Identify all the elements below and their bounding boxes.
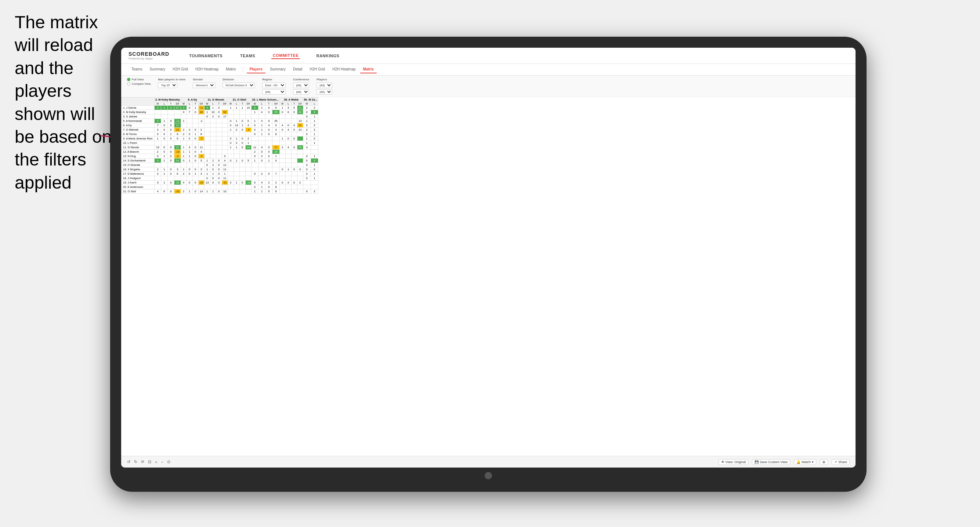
player-name: 20. E Andersson [121, 185, 154, 189]
nav-teams[interactable]: TEAMS [239, 53, 257, 59]
region-select[interactable]: East - DII West - DII [262, 83, 286, 88]
conference-sub-select[interactable]: (All) [293, 89, 309, 95]
fit-icon[interactable]: ⊡ [148, 459, 151, 464]
sub-nav-h2h-grid2[interactable]: H2H Grid [307, 66, 328, 73]
bell-icon: 🔔 [796, 460, 800, 464]
table-row: 17. D Ballesteros 3 1 0 6 2 0 1 3 1 1 0 [121, 172, 318, 176]
zoom-in-icon[interactable]: + [155, 460, 157, 464]
redo-icon[interactable]: ↻ [134, 459, 137, 464]
col-header-za: 60. W Za... [303, 98, 318, 102]
compact-view-radio[interactable]: Compact View [127, 82, 151, 86]
player-name: 14. S Srichantamit [121, 159, 154, 163]
wlt-w2: W [181, 102, 186, 106]
conference-select[interactable]: (All) [293, 83, 309, 88]
players-sub-select[interactable]: (All) [317, 89, 332, 95]
sub-nav-h2h-heatmap[interactable]: H2H Heatmap [192, 66, 221, 73]
max-players-filter: Max players in view Top 25 Top 10 Top 50 [158, 78, 185, 88]
wlt-l1: L [161, 102, 167, 106]
table-row: 19. J Karrh 3 1 0 19 4 0 0 -20 13 0 0 [121, 181, 318, 185]
player-name: 10. L Perini [121, 141, 154, 145]
nav-tournaments[interactable]: TOURNAMENTS [188, 53, 224, 59]
sub-nav-summary[interactable]: Summary [146, 66, 168, 73]
logo-scoreboard: SCOREBOARD [129, 51, 169, 57]
grid-button[interactable]: ⊞ [820, 459, 828, 465]
table-row: 7. O Mitchell 3 0 0 18 2 2 0 2 [121, 128, 318, 132]
sub-nav-summary2[interactable]: Summary [267, 66, 289, 73]
table-row: 13. N Klug 0 1 0 -2 1 1 0 -2 [121, 154, 318, 159]
tablet-home-button[interactable] [485, 472, 492, 479]
players-filter: Players (All) (All) [317, 78, 332, 95]
logo-powered: Powered by clippd [129, 57, 169, 60]
save-icon: 💾 [754, 460, 759, 464]
gender-select[interactable]: Women's Men's [193, 83, 215, 88]
table-row: 2. M Kelly Mulcahy 0 7 0 40 1 10 0 [121, 110, 318, 114]
wlt-l4: L [234, 102, 239, 106]
player-name: 2. M Kelly Mulcahy [121, 110, 154, 114]
sub-nav-detail[interactable]: Detail [290, 66, 305, 73]
empty-corner [121, 98, 154, 106]
timer-icon[interactable]: ⊙ [167, 459, 170, 464]
wlt-d1: Dif [174, 102, 181, 106]
zoom-out-icon[interactable]: − [161, 460, 163, 464]
tablet-bottom-bar [121, 470, 856, 481]
logo-area: SCOREBOARD Powered by clippd [129, 51, 169, 60]
sub-nav-h2h-heatmap2[interactable]: H2H Heatmap [329, 66, 358, 73]
sub-nav-matrix[interactable]: Matrix [223, 66, 239, 73]
wlt-w5: W [251, 102, 258, 106]
wlt-l5: L [258, 102, 265, 106]
max-players-select[interactable]: Top 25 Top 10 Top 50 [158, 83, 177, 88]
wlt-t2: T [192, 102, 198, 106]
col-header-dy: 6. A Dy [181, 98, 204, 102]
sub-nav-h2h-grid[interactable]: H2H Grid [170, 66, 191, 73]
player-name: 6. A Dy [121, 123, 154, 128]
wlt-d5: Dif [272, 102, 279, 106]
table-row: 11. G Woods 10 0 0 11 1 4 0 11 [121, 145, 318, 150]
col-header-mulcahy: 2. M Kelly Mulcahy [154, 98, 181, 102]
player-name: 17. D Ballesteros [121, 172, 154, 176]
player-name: 5. A Nomrowski [121, 119, 154, 123]
gender-filter: Gender Women's Men's [193, 78, 215, 88]
app-header: SCOREBOARD Powered by clippd TOURNAMENTS… [121, 48, 856, 64]
table-row: 3. S Jelinek 0 2 0 17 [121, 114, 318, 119]
sub-nav-players[interactable]: Players [247, 66, 266, 73]
player-name: 12. A Bianchi [121, 150, 154, 154]
wlt-d2: Dif [198, 102, 204, 106]
nav-rankings[interactable]: RANKINGS [315, 53, 341, 59]
chevron-down-icon: ▾ [812, 460, 814, 464]
player-name: 21. O Stoll [121, 189, 154, 194]
filters-bar: Full View Compact View Max players in vi… [121, 76, 856, 97]
table-row: 9. A Maria Jimenez Rios 1 0 0 6 1 0 0 -7 [121, 137, 318, 141]
view-original-button[interactable]: 👁 View: Original [719, 459, 748, 465]
refresh-icon[interactable]: ⟳ [141, 459, 144, 464]
share-button[interactable]: ↗ Share [832, 459, 850, 465]
toolbar-left: ↺ ↻ ⟳ ⊡ + − ⊙ [127, 459, 170, 464]
matrix-table: 2. M Kelly Mulcahy 6. A Dy 11. G Woods 2… [121, 97, 318, 194]
bottom-toolbar: ↺ ↻ ⟳ ⊡ + − ⊙ 👁 View: Original 💾 Save C [121, 456, 856, 468]
nav-committee[interactable]: COMMITTEE [271, 52, 300, 59]
player-name: 18. J Hodgson [121, 176, 154, 181]
col-group-header-row: 2. M Kelly Mulcahy 6. A Dy 11. G Woods 2… [121, 98, 318, 102]
undo-icon[interactable]: ↺ [127, 459, 130, 464]
wlt-t5: T [266, 102, 272, 106]
sub-nav-matrix2[interactable]: Matrix [360, 66, 377, 73]
wlt-t4: T [239, 102, 245, 106]
wlt-d3: Dif [222, 102, 228, 106]
table-row: 8. M Torres 0 0 1 8 2 0 1 8 [121, 132, 318, 137]
players-select[interactable]: (All) [317, 83, 332, 88]
watch-button[interactable]: 🔔 Watch ▾ [794, 459, 816, 465]
region-sub-select[interactable]: (All) [262, 89, 286, 95]
col-header-webb: 38. A Webb [279, 98, 303, 102]
wlt-t1: T [167, 102, 174, 106]
table-row: 18. J Hodgson 0 0 0 11 [121, 176, 318, 181]
wlt-w3: W [204, 102, 210, 106]
full-view-radio[interactable]: Full View [127, 78, 151, 81]
wlt-t3: T [216, 102, 222, 106]
share-icon: ↗ [834, 460, 837, 464]
matrix-table-container[interactable]: 2. M Kelly Mulcahy 6. A Dy 11. G Woods 2… [121, 97, 856, 456]
sub-nav-teams[interactable]: Teams [129, 66, 145, 73]
player-name: 19. J Karrh [121, 181, 154, 185]
division-select[interactable]: NCAA Division II NCAA Division I [223, 83, 255, 88]
wlt-w4: W [228, 102, 234, 106]
save-custom-button[interactable]: 💾 Save Custom View [752, 459, 790, 465]
tablet-device: SCOREBOARD Powered by clippd TOURNAMENTS… [110, 37, 867, 492]
